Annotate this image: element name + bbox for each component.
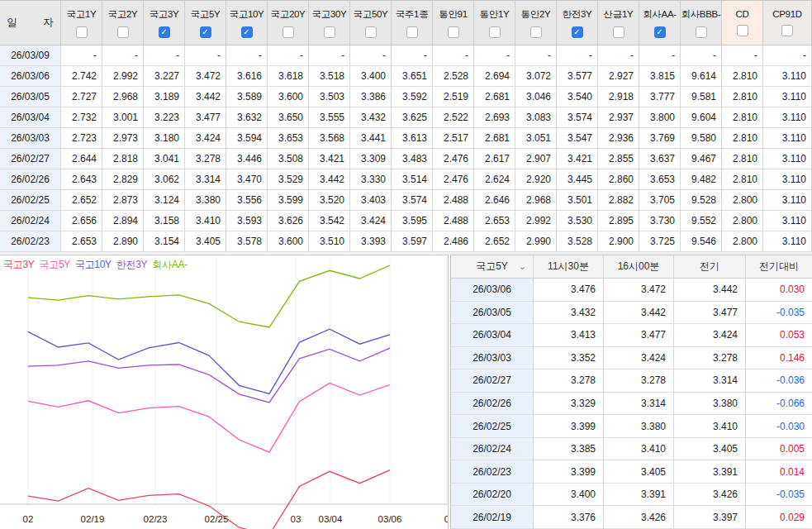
table-row[interactable]: 26/03/032.7232.9733.1803.4243.5943.6533.…: [0, 128, 812, 149]
rate-cell: 2.992: [102, 66, 144, 87]
series-checkbox-8[interactable]: [406, 26, 418, 38]
rate-cell: -: [102, 45, 144, 66]
series-checkbox-10[interactable]: [489, 26, 501, 38]
table-row[interactable]: 26/02/242.6562.8943.1583.4103.5933.6263.…: [0, 211, 812, 231]
rate-cell: 3.154: [144, 231, 185, 252]
detail-row[interactable]: 26/03/033.3523.4243.2780.146: [451, 347, 812, 370]
rate-cell: 2.693: [474, 107, 515, 128]
series-selector[interactable]: 국고5Y ⌄: [451, 255, 534, 279]
rate-cell: 3.110: [763, 149, 812, 169]
series-checkbox-3[interactable]: ✓: [200, 26, 211, 38]
detail-date-cell: 26/02/23: [451, 460, 534, 484]
rate-cell: -: [61, 45, 102, 66]
detail-row[interactable]: 26/03/063.4763.4723.4420.030: [451, 279, 812, 302]
table-row[interactable]: 26/02/272.6442.8183.0413.2783.4463.5083.…: [0, 149, 812, 169]
column-header: 통안1Y: [474, 1, 515, 45]
diff-cell: 0.005: [746, 438, 812, 461]
series-checkbox-2[interactable]: ✓: [159, 26, 170, 38]
date-cell: 26/02/23: [0, 231, 61, 252]
table-row[interactable]: 26/02/232.6532.8903.1543.4053.5783.6003.…: [0, 231, 812, 252]
series-checkbox-12[interactable]: ✓: [572, 26, 583, 38]
table-row[interactable]: 26/02/252.6522.8733.1243.3803.5563.5993.…: [0, 190, 812, 211]
table-row[interactable]: 26/03/052.7272.9683.1893.4423.5893.6003.…: [0, 87, 812, 107]
diff-cell: 0.030: [746, 279, 812, 302]
rate-cell: -: [392, 45, 433, 66]
detail-date-cell: 26/02/24: [451, 438, 534, 461]
series-checkbox-15[interactable]: [696, 26, 707, 38]
table-row[interactable]: 26/02/262.6432.8293.0623.3143.4703.5293.…: [0, 169, 812, 190]
rate-cell: 3.393: [350, 231, 392, 252]
rate-cell: 3.278: [185, 149, 226, 169]
rate-cell: 3.547: [557, 128, 598, 149]
table-row[interactable]: 26/03/09------------------: [0, 45, 812, 66]
detail-date-cell: 26/02/26: [451, 393, 534, 416]
column-header: 한전3Y✓: [557, 1, 598, 45]
detail-row[interactable]: 26/02/233.3993.4053.3910.014: [451, 460, 812, 484]
series-checkbox-7[interactable]: [365, 26, 377, 38]
rate-cell: 2.723: [61, 128, 102, 149]
column-label: 국고30Y: [312, 8, 347, 21]
rate-cell: 3.442: [185, 87, 226, 107]
rate-1130-cell: 3.278: [534, 369, 604, 393]
table-row[interactable]: 26/03/042.7323.0013.2233.4773.6323.6503.…: [0, 107, 812, 128]
bond-rates-table: 일 자국고1Y국고2Y국고3Y✓국고5Y✓국고10Y✓국고20Y국고30Y국고5…: [0, 0, 812, 252]
series-checkbox-4[interactable]: ✓: [241, 26, 253, 38]
detail-row[interactable]: 26/03/043.4133.4773.4240.053: [451, 324, 812, 347]
prev-rate-cell: 3.278: [674, 347, 746, 370]
rate-cell: 3.110: [763, 231, 812, 252]
x-axis-label: 03/06: [378, 514, 402, 524]
rate-cell: 2.624: [474, 169, 515, 190]
diff-cell: -0.035: [746, 484, 812, 507]
rate-cell: 2.810: [722, 107, 763, 128]
column-label: CD: [735, 9, 748, 19]
series-checkbox-11[interactable]: [530, 26, 542, 38]
rate-cell: 3.124: [144, 190, 185, 211]
rate-cell: 3.386: [350, 87, 392, 107]
rate-cell: 3.441: [350, 128, 392, 149]
series-checkbox-1[interactable]: [117, 26, 129, 38]
rate-cell: 3.405: [185, 231, 226, 252]
rate-cell: 3.625: [392, 107, 433, 128]
series-checkbox-6[interactable]: [324, 26, 335, 38]
rate-cell: 2.519: [433, 87, 474, 107]
rate-cell: 2.727: [61, 87, 102, 107]
rate-cell: 3.578: [226, 231, 268, 252]
rate-cell: -: [639, 45, 681, 66]
series-checkbox-9[interactable]: [448, 26, 459, 38]
rate-cell: -: [722, 45, 763, 66]
column-header: 통안2Y: [515, 1, 557, 45]
rate-cell: 2.800: [722, 211, 763, 231]
detail-row[interactable]: 26/03/053.4323.4423.477-0.035: [451, 302, 812, 325]
prev-rate-cell: 3.442: [674, 279, 746, 302]
date-cell: 26/03/04: [0, 107, 61, 128]
rate-cell: 2.860: [598, 169, 639, 190]
series-checkbox-16[interactable]: [737, 25, 748, 36]
series-checkbox-0[interactable]: [76, 26, 88, 38]
header-row: 일 자국고1Y국고2Y국고3Y✓국고5Y✓국고10Y✓국고20Y국고30Y국고5…: [0, 1, 812, 45]
rate-cell: 3.626: [268, 211, 309, 231]
column-header: CD: [722, 1, 763, 45]
chevron-down-icon: ⌄: [519, 255, 526, 278]
detail-date-cell: 26/03/04: [451, 324, 534, 347]
detail-row[interactable]: 26/02/243.3853.4103.4050.005: [451, 438, 812, 461]
detail-row[interactable]: 26/02/253.3993.3803.410-0.030: [451, 415, 812, 438]
rate-cell: 3.555: [309, 107, 350, 128]
series-checkbox-14[interactable]: ✓: [654, 26, 666, 38]
table-row[interactable]: 26/03/062.7422.9923.2273.4723.6163.6183.…: [0, 66, 812, 87]
series-checkbox-5[interactable]: [283, 26, 294, 38]
rate-cell: 3.110: [763, 211, 812, 231]
rate-cell: 2.873: [102, 190, 144, 211]
series-checkbox-17[interactable]: [781, 25, 793, 36]
detail-row[interactable]: 26/02/273.2783.2783.314-0.036: [451, 369, 812, 393]
column-label: 통안1Y: [480, 8, 510, 21]
detail-row[interactable]: 26/02/263.3293.3143.380-0.066: [451, 393, 812, 416]
rate-cell: 3.503: [309, 87, 350, 107]
detail-row[interactable]: 26/02/193.3763.4263.3970.029: [451, 506, 812, 529]
detail-row[interactable]: 26/02/203.4003.3913.426-0.035: [451, 484, 812, 507]
date-cell: 26/02/25: [0, 190, 61, 211]
series-checkbox-13[interactable]: [613, 26, 624, 38]
rate-1130-cell: 3.385: [534, 438, 604, 461]
rate-cell: 3.508: [268, 149, 309, 169]
date-cell: 26/02/27: [0, 149, 61, 169]
rate-cell: 2.907: [515, 149, 557, 169]
